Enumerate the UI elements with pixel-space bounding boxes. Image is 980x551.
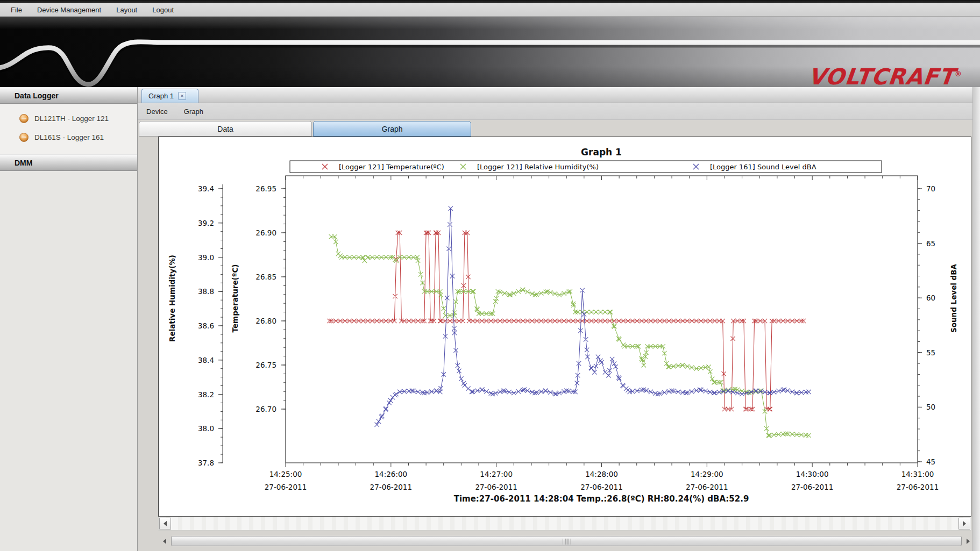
axis-humidity xyxy=(218,184,223,463)
thumb-grip-icon xyxy=(563,539,571,545)
tab-data[interactable]: Data xyxy=(139,121,312,137)
device-sidebar: Data Logger DL121TH - Logger 121 DL161S … xyxy=(0,87,138,551)
svg-text:14:25:00: 14:25:00 xyxy=(269,470,302,478)
x-axis-labels: 14:25:0027-06-201114:26:0027-06-201114:2… xyxy=(265,470,939,491)
graph-window-menubar: Device Graph xyxy=(138,103,972,120)
tab-graph-1-label: Graph 1 xyxy=(148,92,174,100)
logger-list: DL121TH - Logger 121 DL161S - Logger 161 xyxy=(0,104,137,154)
svg-text:27-06-2011: 27-06-2011 xyxy=(791,483,833,491)
arrow-left-icon xyxy=(164,521,167,526)
svg-text:14:29:00: 14:29:00 xyxy=(691,470,723,478)
svg-text:14:27:00: 14:27:00 xyxy=(480,470,513,478)
menu-device-management[interactable]: Device Management xyxy=(37,6,101,14)
sidebar-section-data-logger[interactable]: Data Logger xyxy=(0,87,137,104)
voltcraft-logo: VOLTCRAFT® xyxy=(807,64,963,90)
brand-banner: VOLTCRAFT® xyxy=(0,17,980,87)
scroll-left-button[interactable] xyxy=(159,518,171,529)
main-menubar: File Device Management Layout Logout xyxy=(0,3,980,17)
window-horizontal-scrollbar[interactable] xyxy=(160,535,972,547)
svg-text:55: 55 xyxy=(926,348,935,357)
sidebar-section-dmm[interactable]: DMM xyxy=(0,154,137,171)
workspace-content: Graph 1 × Device Graph Data Graph Graph … xyxy=(138,87,972,551)
svg-text:26.85: 26.85 xyxy=(255,273,276,281)
svg-text:27-06-2011: 27-06-2011 xyxy=(686,483,728,491)
svg-text:27-06-2011: 27-06-2011 xyxy=(265,483,307,491)
chart-legend: [Logger 121] Temperature(ºC)[Logger 121]… xyxy=(290,161,882,173)
logger-label: DL121TH - Logger 121 xyxy=(34,115,109,123)
svg-text:38.6: 38.6 xyxy=(198,321,214,330)
window-vertical-scrollbar[interactable] xyxy=(972,87,980,551)
axis-temperature xyxy=(281,189,286,409)
svg-text:39.0: 39.0 xyxy=(198,253,214,262)
tab-graph-1[interactable]: Graph 1 × xyxy=(141,89,198,103)
svg-text:Graph 1: Graph 1 xyxy=(581,147,622,158)
svg-text:[Logger 121] Relative Humidity: [Logger 121] Relative Humidity(%) xyxy=(477,163,599,171)
sidebar-empty-area xyxy=(0,171,137,551)
svg-text:38.4: 38.4 xyxy=(198,356,214,364)
scrollbar-thumb[interactable] xyxy=(171,536,962,546)
logger-status-icon xyxy=(19,133,29,142)
arrow-right-icon xyxy=(963,521,966,526)
logger-label: DL161S - Logger 161 xyxy=(34,133,104,141)
sidebar-item-logger-121[interactable]: DL121TH - Logger 121 xyxy=(0,109,137,128)
svg-text:27-06-2011: 27-06-2011 xyxy=(475,483,517,491)
svg-text:26.70: 26.70 xyxy=(255,405,276,413)
chart-horizontal-scrollbar[interactable] xyxy=(158,517,971,531)
axis-sound-labels: 455055606570 xyxy=(926,184,935,466)
svg-text:27-06-2011: 27-06-2011 xyxy=(897,483,939,491)
axis-sound xyxy=(918,189,922,462)
menu-device[interactable]: Device xyxy=(146,108,168,116)
document-tabstrip: Graph 1 × xyxy=(138,87,972,103)
axis-humidity-title: Relative Humidity(%) xyxy=(168,255,176,342)
menu-file[interactable]: File xyxy=(11,6,22,14)
scroll-right-button[interactable] xyxy=(964,537,972,546)
svg-text:45: 45 xyxy=(926,457,935,466)
svg-text:26.95: 26.95 xyxy=(255,184,276,193)
svg-text:39.2: 39.2 xyxy=(198,219,214,227)
svg-text:Sound Level dBA: Sound Level dBA xyxy=(949,263,958,333)
chart-panel: Graph 1Time:27-06-2011 14:28:04 Temp.:26… xyxy=(158,137,971,517)
scroll-left-button[interactable] xyxy=(160,537,169,546)
registered-mark: ® xyxy=(955,70,963,78)
axis-sound-title: Sound Level dBA xyxy=(949,263,958,333)
svg-text:Time:27-06-2011 14:28:04 Temp.: Time:27-06-2011 14:28:04 Temp.:26.8(ºC) … xyxy=(454,494,749,504)
view-tabstrip: Data Graph xyxy=(138,120,972,137)
arrow-left-icon xyxy=(163,539,166,544)
tab-graph[interactable]: Graph xyxy=(313,121,471,137)
svg-text:14:30:00: 14:30:00 xyxy=(796,470,829,478)
chart-svg: Graph 1Time:27-06-2011 14:28:04 Temp.:26… xyxy=(159,137,971,516)
axis-humidity-labels: 37.838.038.238.438.638.839.039.239.4 xyxy=(198,184,214,467)
svg-text:27-06-2011: 27-06-2011 xyxy=(370,483,412,491)
svg-text:50: 50 xyxy=(926,403,935,411)
series-humidity xyxy=(329,234,811,438)
sidebar-item-logger-161[interactable]: DL161S - Logger 161 xyxy=(0,128,137,147)
menu-graph[interactable]: Graph xyxy=(184,108,203,116)
svg-text:39.4: 39.4 xyxy=(198,184,214,193)
svg-text:[Logger 121] Temperature(ºC): [Logger 121] Temperature(ºC) xyxy=(339,163,444,171)
svg-text:38.2: 38.2 xyxy=(198,390,214,399)
menu-layout[interactable]: Layout xyxy=(116,6,137,14)
axis-temperature-title: Temperature(ºC) xyxy=(231,264,239,333)
svg-text:27-06-2011: 27-06-2011 xyxy=(580,483,622,491)
close-icon[interactable]: × xyxy=(178,92,186,100)
svg-text:37.8: 37.8 xyxy=(198,459,214,467)
svg-text:14:31:00: 14:31:00 xyxy=(901,470,934,478)
svg-text:14:26:00: 14:26:00 xyxy=(375,470,408,478)
svg-text:65: 65 xyxy=(926,239,935,248)
menu-logout[interactable]: Logout xyxy=(152,6,174,14)
logger-status-icon xyxy=(19,114,29,123)
arrow-right-icon xyxy=(967,539,970,544)
svg-text:38.0: 38.0 xyxy=(198,424,214,433)
svg-text:70: 70 xyxy=(926,184,935,193)
svg-text:26.80: 26.80 xyxy=(255,317,276,325)
axis-temperature-labels: 26.7026.7526.8026.8526.9026.95 xyxy=(255,184,276,413)
svg-text:[Logger 161] Sound Level dBA: [Logger 161] Sound Level dBA xyxy=(710,163,816,171)
chart-status-line: Time:27-06-2011 14:28:04 Temp.:26.8(ºC) … xyxy=(454,494,749,504)
scroll-right-button[interactable] xyxy=(958,518,970,529)
svg-text:38.8: 38.8 xyxy=(198,287,214,296)
svg-text:Relative Humidity(%): Relative Humidity(%) xyxy=(168,255,176,342)
svg-text:14:28:00: 14:28:00 xyxy=(585,470,618,478)
svg-text:Temperature(ºC): Temperature(ºC) xyxy=(231,264,239,333)
chart-title: Graph 1 xyxy=(581,147,622,158)
svg-text:60: 60 xyxy=(926,294,935,302)
